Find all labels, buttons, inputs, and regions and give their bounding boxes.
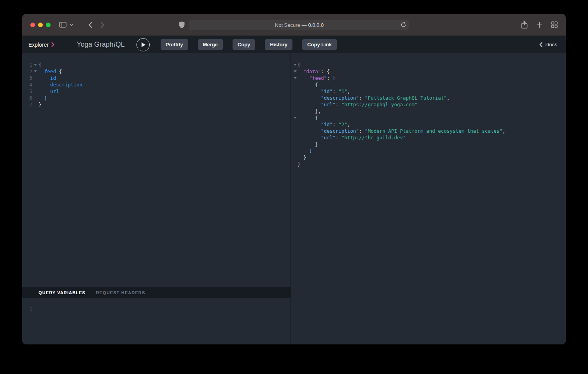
fold-arrow-icon[interactable] <box>34 64 37 66</box>
code-text: id <box>38 75 56 81</box>
code-line: "id": "1", <box>293 88 566 95</box>
code-text: "data": { <box>298 68 330 74</box>
sidebar-controls <box>59 22 74 28</box>
fold-gutter <box>32 64 38 66</box>
code-line: } <box>293 141 566 147</box>
variables-editor[interactable]: 1 <box>22 298 290 344</box>
line-number: 6 <box>24 95 32 101</box>
graphiql-toolbar: Explorer Yoga GraphiQL Prettify Merge Co… <box>22 36 566 53</box>
fold-arrow-icon[interactable] <box>294 77 297 79</box>
code-line: 1{ <box>24 61 290 68</box>
chevron-right-icon <box>51 42 54 47</box>
prettify-button[interactable]: Prettify <box>161 39 188 50</box>
browser-toolbar: Not Secure — 0.0.0.0 <box>22 14 566 36</box>
code-line: "url": "https://graphql-yoga.com" <box>293 101 566 108</box>
copy-button[interactable]: Copy <box>233 39 256 50</box>
request-panel: 1{2 feed {3 id4 description5 url6 }7} QU… <box>22 53 291 344</box>
line-number: 5 <box>24 88 32 94</box>
response-viewer[interactable]: { "data": { "feed": [ { "id": "1", "desc… <box>291 53 566 167</box>
tab-request-headers[interactable]: REQUEST HEADERS <box>96 290 145 295</box>
play-icon <box>142 42 145 47</box>
line-number: 7 <box>24 102 32 107</box>
code-line: "url": "http://the-guild.dev" <box>293 134 566 141</box>
code-text: "url": "https://graphql-yoga.com" <box>298 102 418 107</box>
address-area: Not Secure — 0.0.0.0 <box>179 19 410 30</box>
code-line: } <box>293 154 566 161</box>
history-button[interactable]: History <box>265 39 292 50</box>
code-text: "url": "http://the-guild.dev" <box>298 135 406 140</box>
new-tab-button[interactable] <box>536 22 542 28</box>
fold-arrow-icon[interactable] <box>294 64 297 66</box>
fold-arrow-icon[interactable] <box>294 70 297 72</box>
fold-arrow-icon[interactable] <box>34 70 37 72</box>
query-editor[interactable]: 1{2 feed {3 id4 description5 url6 }7} <box>22 53 290 287</box>
explorer-label: Explorer <box>28 42 49 48</box>
privacy-report-button[interactable] <box>179 21 185 28</box>
code-line: }, <box>293 108 566 114</box>
line-number: 3 <box>24 75 32 81</box>
code-text: url <box>38 88 59 94</box>
editor-action-buttons: Prettify Merge Copy History Copy Link <box>161 39 337 50</box>
share-button[interactable] <box>521 21 528 29</box>
line-number: 1 <box>24 62 32 68</box>
code-text: } <box>38 102 42 107</box>
traffic-lights <box>30 23 51 27</box>
code-line: ] <box>293 147 566 154</box>
fold-arrow-icon[interactable] <box>294 117 297 119</box>
forward-button[interactable] <box>100 21 105 28</box>
code-text: ] <box>298 148 312 154</box>
shield-icon <box>179 21 185 28</box>
chevron-left-icon <box>539 42 542 47</box>
grid-icon <box>551 21 558 28</box>
code-line: "feed": [ <box>293 75 566 81</box>
code-line: 7} <box>24 101 290 108</box>
zoom-button[interactable] <box>46 23 51 27</box>
sidebar-icon <box>59 22 66 28</box>
code-text: "description": "Fullstack GraphQL Tutori… <box>298 95 450 101</box>
reload-icon <box>401 22 406 28</box>
share-icon <box>521 21 528 29</box>
code-text: } <box>298 141 318 147</box>
merge-button[interactable]: Merge <box>198 39 223 50</box>
close-button[interactable] <box>30 23 35 27</box>
line-number: 1 <box>24 306 32 312</box>
code-line: "description": "Modern API Platform and … <box>293 128 566 134</box>
docs-label: Docs <box>545 42 557 47</box>
code-line: "id": "2", <box>293 121 566 128</box>
sidebar-toggle-button[interactable] <box>59 22 66 28</box>
fold-gutter <box>32 70 38 72</box>
line-number: 4 <box>24 82 32 88</box>
code-line: } <box>293 161 566 167</box>
desktop-background: Not Secure — 0.0.0.0 <box>0 0 588 374</box>
code-text: { <box>298 82 318 88</box>
address-bar[interactable]: Not Secure — 0.0.0.0 <box>189 19 410 30</box>
tab-group-menu-button[interactable] <box>70 23 74 26</box>
docs-button[interactable]: Docs <box>539 42 557 47</box>
code-text: }, <box>298 108 321 114</box>
back-button[interactable] <box>88 21 93 28</box>
code-text: } <box>298 161 301 167</box>
code-line: { <box>293 114 566 121</box>
code-text: { <box>298 115 318 121</box>
copy-link-button[interactable]: Copy Link <box>302 39 337 50</box>
code-line: 3 id <box>24 75 290 81</box>
code-line: "data": { <box>293 68 566 75</box>
code-text: "id": "1", <box>298 88 350 94</box>
reload-button[interactable] <box>401 22 406 28</box>
code-text: } <box>38 95 47 101</box>
code-line: 4 description <box>24 81 290 88</box>
tab-overview-button[interactable] <box>551 21 558 28</box>
code-text: "id": "2", <box>298 121 350 127</box>
fold-gutter <box>293 117 298 119</box>
explorer-toggle-button[interactable]: Explorer <box>28 42 54 48</box>
code-text: "description": "Modern API Platform and … <box>298 128 505 134</box>
chevron-down-icon <box>70 23 74 26</box>
tab-query-variables[interactable]: QUERY VARIABLES <box>38 290 86 295</box>
line-number: 2 <box>24 68 32 74</box>
code-text: { <box>298 62 301 68</box>
plus-icon <box>536 22 542 28</box>
execute-query-button[interactable] <box>136 38 150 51</box>
minimize-button[interactable] <box>38 23 43 27</box>
code-line: 1 <box>24 306 290 313</box>
response-panel: { "data": { "feed": [ { "id": "1", "desc… <box>291 53 566 344</box>
